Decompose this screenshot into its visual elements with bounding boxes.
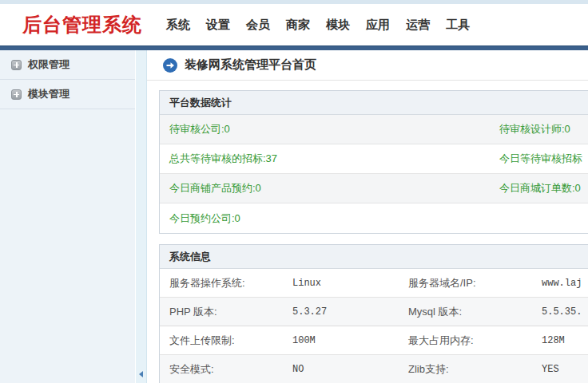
safe-mode-label: 安全模式: bbox=[160, 362, 292, 377]
nav-item-tools[interactable]: 工具 bbox=[446, 18, 470, 33]
stats-row: 今日预约公司:0 bbox=[160, 203, 588, 233]
safe-mode-value: NO bbox=[292, 364, 408, 375]
sidebar-item-label: 权限管理 bbox=[28, 57, 70, 72]
stat-pending-designers: 待审核设计师:0 bbox=[499, 122, 588, 136]
page-header: 装修网系统管理平台首页 bbox=[147, 50, 588, 81]
expand-plus-icon[interactable] bbox=[11, 89, 22, 100]
sidebar-item-modules[interactable]: 模块管理 bbox=[0, 80, 135, 109]
top-nav: 系统 设置 会员 商家 模块 应用 运营 工具 bbox=[166, 18, 470, 33]
stat-today-pending-bids: 今日等待审核招标 bbox=[499, 152, 588, 166]
max-memory-label: 最大占用内存: bbox=[408, 334, 542, 348]
expand-plus-icon[interactable] bbox=[11, 60, 22, 70]
sidebar-item-label: 模块管理 bbox=[28, 87, 70, 101]
max-memory-value: 128M bbox=[542, 335, 588, 346]
platform-stats-panel: 平台数据统计 待审核公司:0 待审核设计师:0 总共等待审核的招标:37 今日等… bbox=[159, 90, 588, 234]
mysql-version-value: 5.5.35. bbox=[542, 306, 588, 318]
php-version-value: 5.3.27 bbox=[292, 306, 408, 318]
zlib-support-value: YES bbox=[542, 364, 588, 375]
arrow-right-circle-icon bbox=[163, 58, 177, 73]
stat-pending-companies: 待审核公司:0 bbox=[160, 122, 499, 136]
server-domain-value: www.laj bbox=[542, 278, 588, 289]
collapse-left-arrow-icon[interactable] bbox=[139, 371, 143, 377]
app-logo: 后台管理系统 bbox=[22, 12, 142, 38]
nav-item-modules[interactable]: 模块 bbox=[326, 18, 350, 33]
server-os-value: Linux bbox=[292, 278, 408, 289]
sidebar-splitter[interactable] bbox=[135, 50, 147, 383]
stat-today-shop-bookings: 今日商铺产品预约:0 bbox=[160, 181, 499, 195]
system-info-panel: 系统信息 服务器操作系统: Linux 服务器域名/IP: www.laj PH… bbox=[159, 244, 588, 383]
system-info-row: 安全模式: NO Zlib支持: YES bbox=[160, 355, 588, 383]
mysql-version-label: Mysql 版本: bbox=[408, 305, 542, 319]
sidebar: 权限管理 模块管理 bbox=[0, 50, 135, 383]
system-info-row: PHP 版本: 5.3.27 Mysql 版本: 5.5.35. bbox=[160, 298, 588, 326]
stats-panel-title: 平台数据统计 bbox=[160, 91, 588, 115]
stats-row: 总共等待审核的招标:37 今日等待审核招标 bbox=[160, 144, 588, 174]
stat-total-pending-bids: 总共等待审核的招标:37 bbox=[160, 152, 499, 166]
sidebar-item-permissions[interactable]: 权限管理 bbox=[0, 50, 135, 80]
stats-row: 待审核公司:0 待审核设计师:0 bbox=[160, 115, 588, 144]
server-domain-label: 服务器域名/IP: bbox=[408, 276, 542, 290]
stats-row: 今日商铺产品预约:0 今日商城订单数:0 bbox=[160, 174, 588, 203]
page-title: 装修网系统管理平台首页 bbox=[185, 57, 316, 73]
nav-item-ops[interactable]: 运营 bbox=[406, 18, 430, 33]
main-content: 装修网系统管理平台首页 平台数据统计 待审核公司:0 待审核设计师:0 总共等待… bbox=[147, 50, 588, 383]
zlib-support-label: Zlib支持: bbox=[408, 362, 542, 377]
system-info-row: 文件上传限制: 100M 最大占用内存: 128M bbox=[160, 326, 588, 355]
nav-item-members[interactable]: 会员 bbox=[246, 18, 270, 33]
stat-today-mall-orders: 今日商城订单数:0 bbox=[499, 181, 588, 195]
system-info-row: 服务器操作系统: Linux 服务器域名/IP: www.laj bbox=[160, 269, 588, 298]
upload-limit-label: 文件上传限制: bbox=[160, 334, 292, 348]
nav-item-settings[interactable]: 设置 bbox=[206, 18, 230, 33]
stat-today-booked-companies: 今日预约公司:0 bbox=[160, 211, 499, 226]
app-header: 后台管理系统 系统 设置 会员 商家 模块 应用 运营 工具 bbox=[0, 4, 588, 45]
php-version-label: PHP 版本: bbox=[160, 305, 292, 319]
server-os-label: 服务器操作系统: bbox=[160, 276, 292, 290]
nav-item-system[interactable]: 系统 bbox=[166, 18, 190, 33]
nav-item-merchant[interactable]: 商家 bbox=[286, 18, 310, 33]
system-info-title: 系统信息 bbox=[160, 245, 588, 269]
upload-limit-value: 100M bbox=[292, 335, 408, 346]
nav-item-apps[interactable]: 应用 bbox=[366, 18, 390, 33]
